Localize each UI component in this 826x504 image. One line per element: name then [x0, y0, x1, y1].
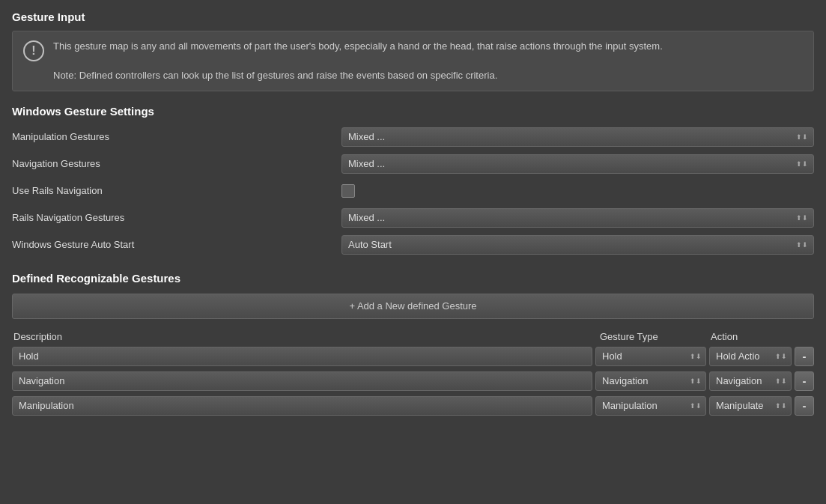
navigation-gestures-dropdown-wrapper: Mixed ... Enabled Disabled: [341, 154, 814, 174]
use-rails-navigation-row: Use Rails Navigation: [12, 179, 814, 203]
rails-navigation-gestures-row: Rails Navigation Gestures Mixed ... Enab…: [12, 206, 814, 230]
action-navigation-wrapper: Hold Action Navigation Manipulation: [709, 371, 792, 391]
gesture-type-navigation-dropdown[interactable]: Hold Navigation Manipulation: [595, 371, 706, 391]
info-text-line1: This gesture map is any and all movement…: [53, 39, 663, 54]
windows-gesture-auto-start-dropdown[interactable]: Auto Start Manual Start Disabled: [341, 235, 814, 255]
info-box: ! This gesture map is any and all moveme…: [12, 31, 814, 91]
info-text-line2: Note: Defined controllers can look up th…: [53, 68, 663, 83]
remove-manipulation-button[interactable]: -: [795, 396, 814, 416]
rails-navigation-gestures-dropdown[interactable]: Mixed ... Enabled Disabled: [341, 208, 814, 228]
remove-navigation-button[interactable]: -: [795, 371, 814, 391]
windows-gesture-auto-start-dropdown-wrapper: Auto Start Manual Start Disabled: [341, 235, 814, 255]
table-row: Hold Hold Navigation Manipulation Hold A…: [12, 345, 814, 368]
action-header: Action: [708, 331, 790, 342]
gesture-type-hold-dropdown[interactable]: Hold Navigation Manipulation: [595, 347, 706, 366]
navigation-gestures-dropdown[interactable]: Mixed ... Enabled Disabled: [341, 154, 814, 174]
navigation-gestures-label: Navigation Gestures: [12, 158, 341, 169]
rails-navigation-gestures-dropdown-wrapper: Mixed ... Enabled Disabled: [341, 208, 814, 228]
windows-gesture-auto-start-row: Windows Gesture Auto Start Auto Start Ma…: [12, 233, 814, 257]
defined-section-title: Defined Recognizable Gestures: [12, 272, 814, 285]
page-title: Gesture Input: [12, 10, 814, 23]
action-manipulation-dropdown[interactable]: Hold Action Navigation Manipulation Mani…: [709, 396, 792, 416]
navigation-gestures-row: Navigation Gestures Mixed ... Enabled Di…: [12, 152, 814, 176]
remove-hold-button[interactable]: -: [795, 347, 814, 366]
manipulation-gestures-dropdown[interactable]: Mixed ... Enabled Disabled: [341, 127, 814, 147]
windows-gesture-auto-start-label: Windows Gesture Auto Start: [12, 239, 341, 250]
rails-navigation-gestures-label: Rails Navigation Gestures: [12, 212, 341, 223]
manipulation-gestures-label: Manipulation Gestures: [12, 131, 341, 142]
page-container: Gesture Input ! This gesture map is any …: [0, 0, 826, 430]
use-rails-navigation-label: Use Rails Navigation: [12, 185, 341, 196]
action-hold-dropdown[interactable]: Hold Actio Navigation Manipulation: [709, 347, 792, 366]
gesture-type-navigation-wrapper: Hold Navigation Manipulation: [595, 371, 706, 391]
use-rails-navigation-checkbox-wrapper: [341, 184, 355, 198]
use-rails-navigation-checkbox[interactable]: [341, 184, 355, 198]
add-gesture-button[interactable]: + Add a New defined Gesture: [12, 294, 814, 319]
windows-settings-title: Windows Gesture Settings: [12, 105, 814, 118]
description-manipulation: Manipulation: [12, 396, 592, 416]
gesture-type-header: Gesture Type: [597, 331, 708, 342]
action-manipulation-wrapper: Hold Action Navigation Manipulation Mani…: [709, 396, 792, 416]
windows-settings-section: Windows Gesture Settings Manipulation Ge…: [12, 105, 814, 257]
info-text: This gesture map is any and all movement…: [53, 39, 663, 83]
defined-section: Defined Recognizable Gestures + Add a Ne…: [12, 272, 814, 417]
gesture-type-manipulation-wrapper: Hold Navigation Manipulation: [595, 396, 706, 416]
table-row: Navigation Hold Navigation Manipulation …: [12, 370, 814, 392]
manipulation-gestures-row: Manipulation Gestures Mixed ... Enabled …: [12, 125, 814, 149]
gesture-type-hold-wrapper: Hold Navigation Manipulation: [595, 347, 706, 366]
table-header: Description Gesture Type Action: [12, 331, 814, 342]
manipulation-gestures-dropdown-wrapper: Mixed ... Enabled Disabled: [341, 127, 814, 147]
description-navigation: Navigation: [12, 371, 592, 391]
table-row: Manipulation Hold Navigation Manipulatio…: [12, 395, 814, 417]
description-hold: Hold: [12, 347, 592, 366]
description-header: Description: [13, 331, 597, 342]
gesture-type-manipulation-dropdown[interactable]: Hold Navigation Manipulation: [595, 396, 706, 416]
info-icon: !: [23, 40, 44, 61]
action-hold-wrapper: Hold Actio Navigation Manipulation: [709, 347, 792, 366]
action-navigation-dropdown[interactable]: Hold Action Navigation Manipulation: [709, 371, 792, 391]
